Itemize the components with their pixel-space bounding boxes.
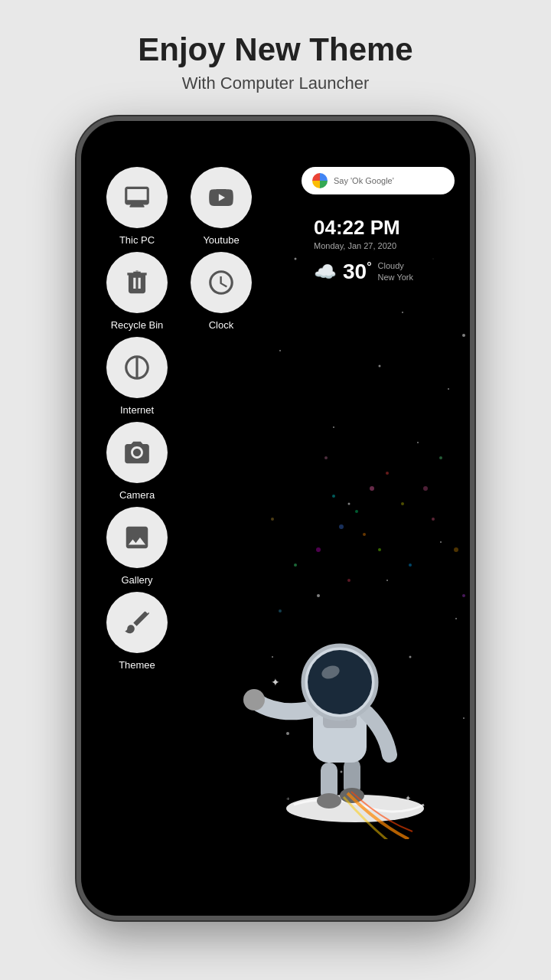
app-item-thic-pc[interactable]: Thic PC	[103, 167, 171, 246]
weather-row: ☁️ 30° Cloudy New York	[314, 260, 442, 284]
svg-point-29	[332, 495, 335, 498]
internet-icon-circle[interactable]	[106, 337, 168, 398]
clock-weather-widget: 04:22 PM Monday, Jan 27, 2020 ☁️ 30° Clo…	[302, 205, 455, 295]
gallery-label: Gallery	[121, 574, 152, 586]
svg-point-24	[386, 472, 389, 475]
recycle-bin-icon-circle[interactable]	[106, 252, 168, 313]
clock-icon-circle[interactable]	[191, 252, 252, 313]
svg-point-2	[402, 312, 403, 313]
svg-point-5	[333, 426, 334, 428]
svg-point-7	[279, 350, 281, 351]
thic-pc-label: Thic PC	[119, 234, 155, 246]
google-search-text: Say 'Ok Google'	[334, 176, 394, 185]
svg-text:✦: ✦	[405, 794, 411, 802]
clock-label: Clock	[209, 319, 234, 331]
app-row-1: Thic PC Youtube	[103, 167, 256, 246]
clock-icon	[207, 268, 236, 297]
app-item-recycle-bin[interactable]: Recycle Bin	[103, 252, 171, 331]
svg-point-25	[339, 524, 344, 529]
svg-point-9	[417, 442, 419, 443]
svg-text:✦: ✦	[271, 676, 280, 688]
svg-point-37	[324, 456, 328, 459]
widget-area: Say 'Ok Google' 04:22 PM Monday, Jan 27,…	[302, 167, 455, 295]
svg-point-6	[448, 388, 449, 390]
youtube-icon	[207, 183, 236, 212]
app-row-2: Recycle Bin Clock	[103, 252, 256, 331]
svg-text:+: +	[286, 795, 290, 802]
app-item-internet[interactable]: Internet	[103, 337, 171, 416]
svg-point-26	[401, 502, 404, 505]
themee-label: Themee	[119, 659, 155, 671]
brush-icon	[122, 608, 152, 637]
app-row-6: Themee	[103, 592, 256, 671]
recycle-bin-icon	[122, 268, 152, 297]
phone-frame: ✦ ✦ + Thic PC	[77, 116, 474, 920]
google-search-bar[interactable]: Say 'Ok Google'	[302, 167, 455, 194]
camera-icon	[122, 438, 152, 467]
svg-point-19	[463, 717, 465, 719]
app-item-gallery[interactable]: Gallery	[103, 507, 171, 586]
gallery-icon-circle[interactable]	[106, 507, 168, 568]
svg-point-40	[462, 594, 465, 597]
svg-point-23	[355, 510, 358, 513]
app-row-4: Camera	[103, 422, 256, 501]
youtube-icon-circle[interactable]	[191, 167, 252, 228]
monitor-icon	[122, 183, 152, 212]
apps-column: Thic PC Youtube	[103, 167, 256, 677]
app-row-5: Gallery	[103, 507, 256, 586]
temperature: 30°	[343, 260, 372, 284]
page-header: Enjoy New Theme With Computer Launcher	[122, 0, 428, 109]
page-title: Enjoy New Theme	[138, 31, 412, 69]
svg-point-4	[379, 365, 381, 368]
youtube-label: Youtube	[203, 234, 239, 246]
svg-point-45	[317, 793, 341, 808]
svg-point-32	[432, 518, 435, 521]
recycle-bin-label: Recycle Bin	[111, 319, 164, 331]
svg-point-39	[271, 518, 274, 521]
svg-point-8	[462, 334, 465, 337]
app-item-camera[interactable]: Camera	[103, 422, 171, 501]
svg-point-28	[423, 486, 428, 491]
svg-point-16	[455, 618, 457, 619]
weather-info: Cloudy New York	[378, 260, 413, 284]
app-row-3: Internet	[103, 337, 256, 416]
themee-icon-circle[interactable]	[106, 592, 168, 653]
internet-label: Internet	[120, 404, 154, 416]
camera-icon-circle[interactable]	[106, 422, 168, 483]
app-item-youtube[interactable]: Youtube	[187, 167, 256, 246]
thic-pc-icon[interactable]	[106, 167, 168, 228]
app-item-themee[interactable]: Themee	[103, 592, 171, 671]
svg-point-1	[295, 258, 297, 260]
svg-point-38	[439, 456, 442, 459]
camera-label: Camera	[119, 489, 155, 501]
svg-point-10	[348, 503, 350, 505]
svg-point-51	[243, 689, 265, 710]
clock-date: Monday, Jan 27, 2020	[314, 241, 442, 250]
clock-time: 04:22 PM	[314, 216, 442, 240]
astronaut-illustration: ✦ ✦ +	[225, 533, 455, 839]
app-item-clock[interactable]: Clock	[187, 252, 256, 331]
google-logo	[312, 173, 328, 188]
page-subtitle: With Computer Launcher	[138, 74, 412, 93]
gallery-icon	[122, 523, 152, 552]
svg-point-22	[370, 486, 374, 491]
globe-icon	[122, 353, 152, 382]
phone-screen: ✦ ✦ + Thic PC	[81, 121, 470, 916]
cloud-icon: ☁️	[314, 261, 337, 283]
svg-point-53	[308, 650, 372, 714]
